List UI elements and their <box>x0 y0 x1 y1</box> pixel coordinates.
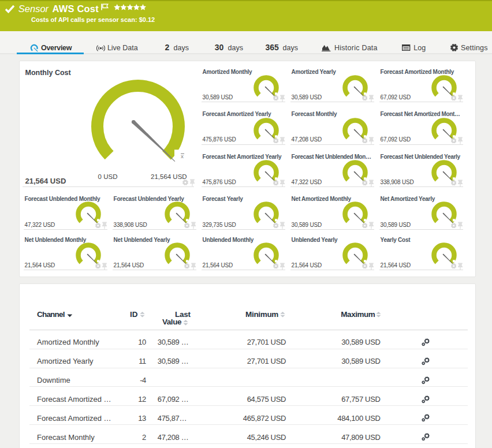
svg-text:x: x <box>181 152 184 159</box>
